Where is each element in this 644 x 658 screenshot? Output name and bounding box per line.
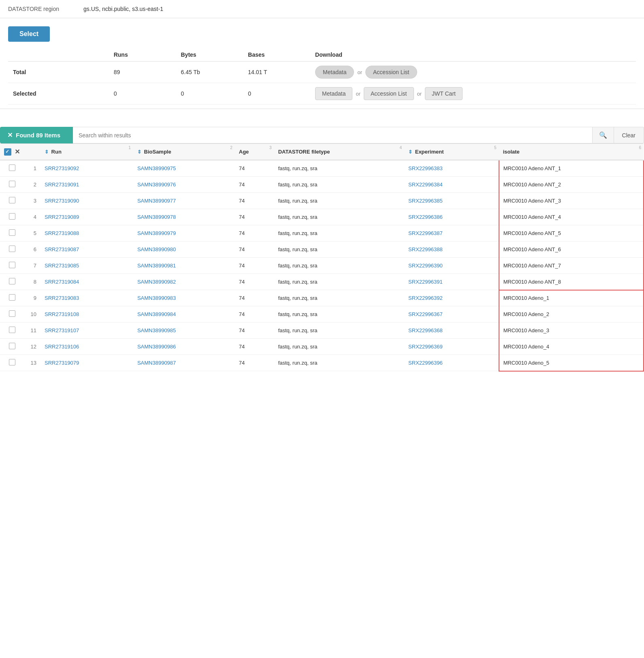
- row-checkbox-cell: [0, 355, 24, 371]
- row-isolate: MRC0010 Adeno ANT_6: [499, 241, 644, 258]
- selected-accession-list-btn[interactable]: Accession List: [364, 87, 414, 100]
- run-link[interactable]: SRR27319089: [45, 214, 79, 220]
- biosample-link[interactable]: SAMN38990986: [137, 344, 176, 350]
- experiment-link[interactable]: SRX22996384: [408, 182, 443, 188]
- row-checkbox[interactable]: [9, 294, 15, 301]
- row-checkbox[interactable]: [9, 278, 15, 284]
- biosample-link[interactable]: SAMN38990981: [137, 263, 176, 269]
- experiment-link[interactable]: SRX22996368: [408, 327, 443, 333]
- run-link[interactable]: SRR27319087: [45, 246, 79, 252]
- biosample-link[interactable]: SAMN38990979: [137, 230, 176, 236]
- run-sort-icon[interactable]: ⇕: [45, 149, 49, 155]
- biosample-link[interactable]: SAMN38990982: [137, 279, 176, 285]
- run-link[interactable]: SRR27319091: [45, 182, 79, 188]
- row-experiment: SRX22996387: [404, 225, 499, 241]
- biosample-link[interactable]: SAMN38990978: [137, 214, 176, 220]
- experiment-link[interactable]: SRX22996396: [408, 360, 443, 366]
- row-checkbox[interactable]: [9, 343, 15, 349]
- row-checkbox[interactable]: [9, 327, 15, 333]
- row-checkbox-cell: [0, 274, 24, 290]
- row-checkbox[interactable]: [9, 246, 15, 252]
- selected-or-2: or: [416, 91, 424, 97]
- table-row: 13 SRR27319079 SAMN38990987 74 fastq, ru…: [0, 355, 644, 371]
- row-biosample: SAMN38990978: [133, 209, 235, 225]
- row-checkbox[interactable]: [9, 229, 15, 236]
- row-age: 74: [235, 177, 274, 193]
- clear-selection-icon[interactable]: ✕: [15, 148, 20, 156]
- table-row: 11 SRR27319107 SAMN38990985 74 fastq, ru…: [0, 323, 644, 339]
- biosample-link[interactable]: SAMN38990987: [137, 360, 176, 366]
- biosample-sort-icon[interactable]: ⇕: [137, 149, 141, 155]
- row-checkbox[interactable]: [9, 213, 15, 220]
- run-link[interactable]: SRR27319085: [45, 263, 79, 269]
- biosample-link[interactable]: SAMN38990983: [137, 295, 176, 301]
- table-row: 4 SRR27319089 SAMN38990978 74 fastq, run…: [0, 209, 644, 225]
- experiment-link[interactable]: SRX22996387: [408, 230, 443, 236]
- run-link[interactable]: SRR27319088: [45, 230, 79, 236]
- row-checkbox[interactable]: [9, 262, 15, 268]
- run-link[interactable]: SRR27319090: [45, 198, 79, 204]
- clear-button[interactable]: Clear: [614, 127, 644, 143]
- row-checkbox-cell: [0, 209, 24, 225]
- row-checkbox[interactable]: [9, 310, 15, 317]
- biosample-link[interactable]: SAMN38990975: [137, 165, 176, 171]
- found-badge: ✕ Found 89 Items: [0, 127, 73, 143]
- selected-jwt-cart-btn[interactable]: JWT Cart: [425, 87, 463, 100]
- found-text: Found 89 Items: [16, 132, 60, 139]
- run-link[interactable]: SRR27319106: [45, 344, 79, 350]
- biosample-link[interactable]: SAMN38990984: [137, 311, 176, 317]
- biosample-link[interactable]: SAMN38990980: [137, 246, 176, 252]
- search-button[interactable]: 🔍: [592, 127, 614, 143]
- experiment-link[interactable]: SRX22996392: [408, 295, 443, 301]
- row-filetype: fastq, run.zq, sra: [274, 209, 404, 225]
- row-checkbox[interactable]: [9, 181, 15, 187]
- row-filetype: fastq, run.zq, sra: [274, 355, 404, 371]
- experiment-link[interactable]: SRX22996369: [408, 344, 443, 350]
- row-filetype: fastq, run.zq, sra: [274, 225, 404, 241]
- experiment-sort-icon[interactable]: ⇕: [408, 149, 412, 155]
- row-age: 74: [235, 274, 274, 290]
- datastore-region-label: DATASTORE region: [8, 6, 59, 12]
- biosample-link[interactable]: SAMN38990977: [137, 198, 176, 204]
- total-accession-list-btn[interactable]: Accession List: [365, 66, 417, 79]
- biosample-link[interactable]: SAMN38990985: [137, 327, 176, 333]
- row-run: SRR27319092: [41, 160, 133, 177]
- selected-metadata-btn[interactable]: Metadata: [315, 87, 352, 100]
- row-isolate: MRC0010 Adeno ANT_2: [499, 177, 644, 193]
- experiment-link[interactable]: SRX22996385: [408, 198, 443, 204]
- row-isolate: MRC0010 Adeno ANT_3: [499, 193, 644, 209]
- datastore-region-value: gs.US, ncbi.public, s3.us-east-1: [83, 6, 163, 12]
- run-link[interactable]: SRR27319083: [45, 295, 79, 301]
- total-metadata-btn[interactable]: Metadata: [315, 66, 354, 79]
- experiment-link[interactable]: SRX22996388: [408, 246, 443, 252]
- select-button[interactable]: Select: [8, 26, 50, 42]
- row-number: 1: [24, 160, 41, 177]
- row-checkbox[interactable]: [9, 164, 15, 171]
- row-run: SRR27319108: [41, 306, 133, 323]
- experiment-link[interactable]: SRX22996383: [408, 165, 443, 171]
- experiment-link[interactable]: SRX22996367: [408, 311, 443, 317]
- search-input[interactable]: [73, 128, 592, 143]
- row-biosample: SAMN38990984: [133, 306, 235, 323]
- biosample-link[interactable]: SAMN38990976: [137, 182, 176, 188]
- run-link[interactable]: SRR27319079: [45, 360, 79, 366]
- experiment-link[interactable]: SRX22996391: [408, 279, 443, 285]
- check-all-icon[interactable]: [4, 148, 11, 156]
- row-checkbox-cell: [0, 339, 24, 355]
- run-link[interactable]: SRR27319108: [45, 311, 79, 317]
- row-checkbox[interactable]: [9, 197, 15, 203]
- row-biosample: SAMN38990983: [133, 290, 235, 306]
- run-link[interactable]: SRR27319092: [45, 165, 79, 171]
- row-isolate: MRC0010 Adeno ANT_8: [499, 274, 644, 290]
- table-row: 9 SRR27319083 SAMN38990983 74 fastq, run…: [0, 290, 644, 306]
- run-link[interactable]: SRR27319084: [45, 279, 79, 285]
- row-checkbox[interactable]: [9, 359, 15, 365]
- experiment-link[interactable]: SRX22996386: [408, 214, 443, 220]
- row-biosample: SAMN38990977: [133, 193, 235, 209]
- row-age: 74: [235, 209, 274, 225]
- row-filetype: fastq, run.zq, sra: [274, 258, 404, 274]
- table-row: 12 SRR27319106 SAMN38990986 74 fastq, ru…: [0, 339, 644, 355]
- row-run: SRR27319089: [41, 209, 133, 225]
- experiment-link[interactable]: SRX22996390: [408, 263, 443, 269]
- run-link[interactable]: SRR27319107: [45, 327, 79, 333]
